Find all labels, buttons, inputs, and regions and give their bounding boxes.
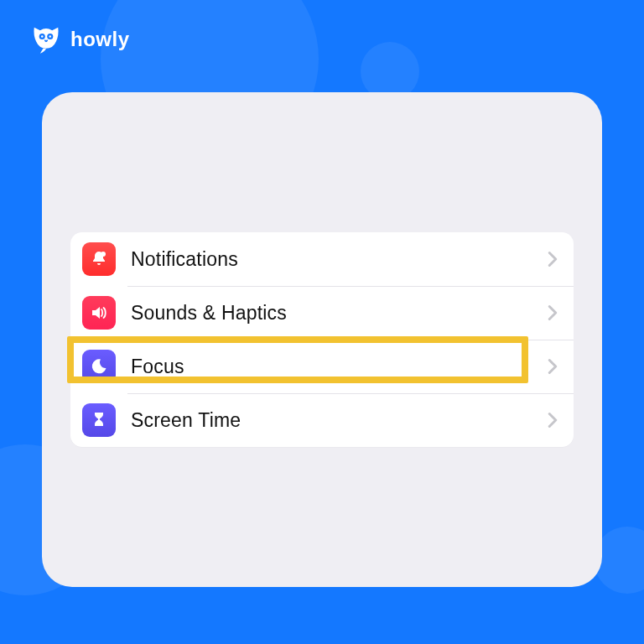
chevron-right-icon	[547, 251, 558, 267]
chevron-right-icon	[547, 412, 558, 428]
svg-point-4	[101, 252, 106, 257]
brand-name: howly	[70, 28, 130, 51]
settings-group: Notifications Sounds & Haptics	[70, 232, 574, 447]
settings-row-sounds-haptics[interactable]: Sounds & Haptics	[70, 286, 574, 340]
svg-point-2	[41, 35, 44, 38]
bell-icon	[82, 242, 116, 276]
settings-row-notifications[interactable]: Notifications	[70, 232, 574, 286]
settings-row-label: Focus	[131, 356, 547, 378]
chevron-right-icon	[547, 304, 558, 321]
speaker-icon	[82, 296, 116, 330]
settings-row-label: Notifications	[131, 248, 547, 271]
settings-row-label: Sounds & Haptics	[131, 302, 547, 325]
chevron-right-icon	[547, 358, 558, 375]
screenshot-card: Notifications Sounds & Haptics	[42, 92, 602, 587]
svg-point-3	[49, 35, 51, 38]
settings-row-focus[interactable]: Focus	[70, 340, 574, 393]
settings-row-screen-time[interactable]: Screen Time	[70, 393, 574, 447]
moon-icon	[82, 350, 116, 383]
settings-row-label: Screen Time	[131, 409, 547, 432]
brand: howly	[30, 23, 130, 55]
hourglass-icon	[82, 403, 116, 437]
owl-logo-icon	[30, 23, 62, 55]
